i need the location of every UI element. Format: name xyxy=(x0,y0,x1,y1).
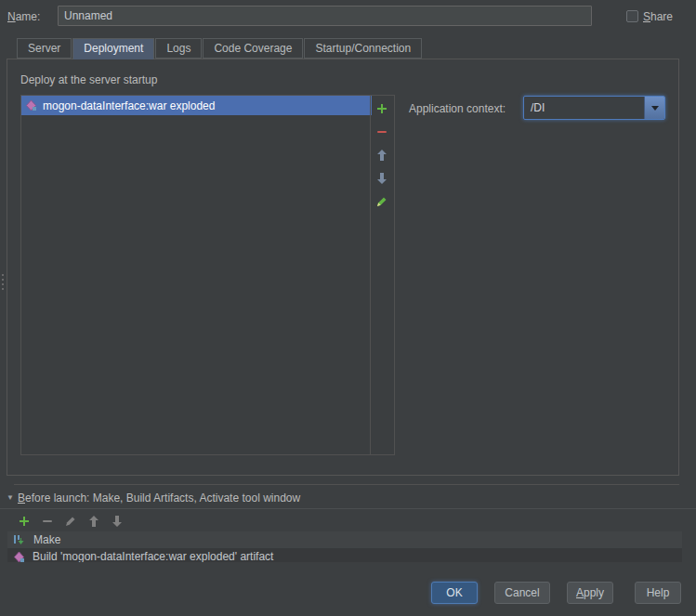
tab-logs[interactable]: Logs xyxy=(155,38,202,59)
move-up-button[interactable] xyxy=(374,148,389,163)
application-context-label: Application context: xyxy=(409,102,506,115)
artifact-icon xyxy=(25,99,37,111)
add-artifact-button[interactable] xyxy=(374,101,389,116)
before-launch-item-label: Build 'mogon-dataInterface:war exploded'… xyxy=(33,550,273,562)
cancel-button[interactable]: Cancel xyxy=(494,582,550,604)
deploy-section-label: Deploy at the server startup xyxy=(20,73,157,86)
artifact-list-item[interactable]: mogon-dataInterface:war exploded xyxy=(21,96,372,115)
ok-button[interactable]: OK xyxy=(431,582,478,604)
name-input[interactable] xyxy=(58,6,592,26)
separator xyxy=(14,484,679,485)
apply-button[interactable]: Apply xyxy=(567,582,613,604)
before-launch-toolbar xyxy=(17,514,125,529)
make-icon xyxy=(13,533,26,546)
collapse-triangle-icon[interactable]: ▼ xyxy=(7,493,14,502)
tab-deployment[interactable]: Deployment xyxy=(72,38,154,59)
edit-artifact-button[interactable] xyxy=(374,194,389,209)
artifact-icon xyxy=(13,551,25,563)
config-tabbar: Server Deployment Logs Code Coverage Sta… xyxy=(17,38,423,59)
share-label[interactable]: Share xyxy=(643,10,673,23)
chevron-down-icon xyxy=(651,106,659,111)
artifacts-list: mogon-dataInterface:war exploded xyxy=(21,96,372,454)
tab-startup-connection[interactable]: Startup/Connection xyxy=(304,38,422,59)
before-launch-list: Make Build 'mogon-dataInterface:war expl… xyxy=(7,531,682,562)
share-checkbox[interactable] xyxy=(626,10,638,22)
run-config-dialog: Name: Share Server Deployment Logs Code … xyxy=(0,0,696,616)
splitter-grip[interactable] xyxy=(1,274,5,293)
before-launch-item-label: Make xyxy=(33,533,60,546)
application-context-value: /DI xyxy=(524,97,644,119)
separator xyxy=(0,508,696,509)
application-context-combobox[interactable]: /DI xyxy=(523,96,665,120)
move-task-up-button[interactable] xyxy=(86,514,101,529)
help-button[interactable]: Help xyxy=(635,582,681,604)
remove-task-button[interactable] xyxy=(40,514,55,529)
combobox-dropdown-button[interactable] xyxy=(644,97,664,119)
move-down-button[interactable] xyxy=(374,171,389,186)
before-launch-item-make[interactable]: Make xyxy=(7,531,682,548)
tab-server[interactable]: Server xyxy=(17,38,72,59)
add-task-button[interactable] xyxy=(17,514,32,529)
artifacts-listbox: mogon-dataInterface:war exploded xyxy=(20,95,395,455)
edit-task-button[interactable] xyxy=(63,514,78,529)
artifacts-side-toolbar xyxy=(370,96,394,454)
name-label: Name: xyxy=(7,10,40,23)
before-launch-label[interactable]: Before launch: Make, Build Artifacts, Ac… xyxy=(18,491,300,505)
artifact-label: mogon-dataInterface:war exploded xyxy=(43,99,215,112)
remove-artifact-button[interactable] xyxy=(374,125,389,139)
move-task-down-button[interactable] xyxy=(110,514,125,529)
before-launch-item-build-artifact[interactable]: Build 'mogon-dataInterface:war exploded'… xyxy=(7,548,682,562)
tab-code-coverage[interactable]: Code Coverage xyxy=(203,38,303,59)
